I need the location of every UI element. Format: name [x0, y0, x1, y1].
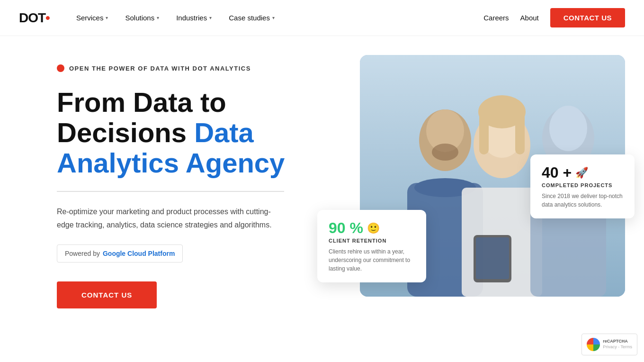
svg-rect-16: [476, 237, 509, 279]
stat-card-retention: 90 % 🙂 CLIENT RETENTION Clients rehire u…: [317, 210, 426, 282]
projects-description: Since 2018 we deliver top-notch data ana…: [542, 192, 623, 209]
hero-badge-dot-icon: [57, 64, 64, 72]
logo-dot: •: [45, 10, 50, 25]
hero-right: 90 % 🙂 CLIENT RETENTION Clients rehire u…: [331, 55, 625, 320]
smiley-icon: 🙂: [367, 222, 380, 235]
nav-item-solutions[interactable]: Solutions ▾: [117, 10, 167, 26]
nav-contact-button[interactable]: CONTACT US: [550, 8, 625, 27]
hero-left: OPEN THE POWER OF DATA WITH DOT ANALYTIC…: [57, 55, 331, 308]
recaptcha-badge: reCAPTCHA Privacy - Terms: [581, 334, 637, 355]
recaptcha-text: reCAPTCHA Privacy - Terms: [603, 339, 632, 350]
nav-item-industries[interactable]: Industries ▾: [169, 10, 219, 26]
hero-heading: From Data to Decisions Data Analytics Ag…: [57, 87, 331, 178]
nav-link-careers[interactable]: Careers: [483, 14, 509, 22]
hero-divider: [57, 191, 284, 192]
hero-powered-label: Powered by: [65, 250, 100, 257]
chevron-down-icon: ▾: [157, 15, 159, 20]
hero-description: Re-optimize your marketing and product p…: [57, 205, 275, 231]
nav-right: Careers About CONTACT US: [483, 8, 625, 27]
svg-point-13: [549, 106, 587, 151]
rocket-icon: 🚀: [575, 167, 588, 179]
retention-label: CLIENT RETENTION: [329, 238, 415, 244]
hero-section: OPEN THE POWER OF DATA WITH DOT ANALYTIC…: [0, 36, 644, 362]
retention-number: 90 % 🙂: [329, 219, 415, 237]
hero-badge: OPEN THE POWER OF DATA WITH DOT ANALYTIC…: [57, 64, 331, 72]
projects-label: COMPLETED PROJECTS: [542, 182, 623, 188]
chevron-down-icon: ▾: [272, 15, 275, 20]
projects-number: 40 + 🚀: [542, 164, 623, 181]
hero-contact-us-button[interactable]: CONTACT US: [57, 281, 157, 308]
hero-badge-text: OPEN THE POWER OF DATA WITH DOT ANALYTIC…: [69, 65, 251, 72]
nav-item-case-studies[interactable]: Case studies ▾: [221, 10, 282, 26]
recaptcha-logo-icon: [587, 338, 600, 351]
logo-text: DOT•: [19, 10, 50, 26]
google-cloud-link[interactable]: Google Cloud Platform: [103, 250, 175, 257]
nav-center-items: Services ▾ Solutions ▾ Industries ▾ Case…: [69, 10, 483, 26]
chevron-down-icon: ▾: [209, 15, 212, 20]
svg-rect-10: [479, 112, 489, 154]
svg-point-5: [432, 144, 458, 161]
logo[interactable]: DOT•: [19, 10, 50, 26]
navigation: DOT• Services ▾ Solutions ▾ Industries ▾…: [0, 0, 644, 36]
nav-link-about[interactable]: About: [520, 14, 539, 22]
hero-powered-badge: Powered by Google Cloud Platform: [57, 244, 183, 262]
svg-rect-11: [515, 112, 525, 154]
nav-item-services[interactable]: Services ▾: [69, 10, 116, 26]
retention-description: Clients rehire us within a year, undersc…: [329, 247, 415, 273]
chevron-down-icon: ▾: [106, 15, 108, 20]
stat-card-projects: 40 + 🚀 COMPLETED PROJECTS Since 2018 we …: [530, 154, 635, 218]
